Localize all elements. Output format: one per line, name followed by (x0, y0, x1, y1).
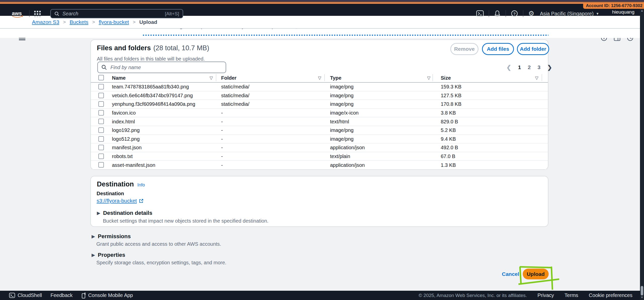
footer-left: CloudShell Feedback Console Mobile App (9, 291, 133, 300)
feedback-button[interactable]: Feedback (51, 292, 73, 298)
column-divider[interactable] (324, 74, 325, 81)
page-2-button[interactable]: 2 (528, 64, 531, 70)
settings-gear-icon[interactable]: ⚙ (528, 10, 534, 18)
column-header-name[interactable]: Name (112, 75, 126, 81)
console-mobile-app-button[interactable]: Console Mobile App (81, 292, 133, 298)
file-name: logo192.png (112, 127, 140, 133)
cancel-button[interactable]: Cancel (502, 271, 519, 277)
svg-text:?: ? (513, 12, 515, 16)
file-folder: - (221, 119, 223, 124)
row-checkbox[interactable] (98, 136, 104, 142)
filter-icon[interactable]: ▽ (318, 75, 321, 81)
permissions-toggle[interactable]: ▶ Permissions (92, 233, 131, 240)
table-row[interactable]: logo512.png-image/png9.4 KB (91, 135, 548, 144)
row-checkbox[interactable] (98, 127, 104, 133)
destination-details-toggle[interactable]: ▶ Destination details (97, 210, 152, 216)
file-name: favicon.ico (112, 110, 136, 116)
search-input[interactable] (62, 11, 163, 17)
breadcrumb-link-buckets[interactable]: Buckets (70, 19, 89, 25)
file-folder: - (221, 136, 223, 142)
aws-logo[interactable]: aws (11, 10, 25, 19)
add-folder-button[interactable]: Add folder (517, 43, 549, 55)
column-header-type[interactable]: Type (330, 75, 341, 81)
dropzone-bottom-strip: Drag and drop files and folders you want… (0, 28, 644, 38)
dropzone-dashed-border (143, 35, 548, 36)
table-row[interactable]: index.html-text/html829.0 B (91, 117, 548, 126)
cloudshell-button[interactable]: CloudShell (9, 292, 42, 298)
column-divider[interactable] (216, 74, 216, 81)
add-files-button[interactable]: Add files (482, 43, 514, 55)
breadcrumb-link-amazon-s3[interactable]: Amazon S3 (32, 19, 59, 25)
files-panel-subtitle: All files and folders in this table will… (97, 56, 205, 62)
row-checkbox[interactable] (98, 101, 104, 107)
cloudshell-icon[interactable] (476, 10, 484, 17)
file-folder: - (221, 110, 223, 116)
table-row[interactable]: vetxich.6e6c46fb3474bc979147.pngstatic/m… (91, 91, 548, 100)
file-size: 1.3 KB (441, 162, 456, 168)
properties-toggle[interactable]: ▶ Properties (92, 252, 125, 258)
row-checkbox[interactable] (98, 154, 104, 159)
row-checkbox[interactable] (98, 145, 104, 150)
next-page-icon[interactable]: ❯ (547, 64, 552, 71)
scroll-down-icon[interactable]: ▼ (640, 296, 644, 299)
upload-button[interactable]: Upload (523, 269, 549, 279)
remove-button[interactable]: Remove (450, 43, 478, 55)
row-checkbox[interactable] (98, 84, 104, 89)
filter-icon[interactable]: ▽ (535, 75, 538, 81)
row-checkbox[interactable] (98, 162, 104, 168)
scrollbar-thumb[interactable] (641, 286, 643, 295)
row-checkbox[interactable] (98, 93, 104, 98)
file-size: 829.0 B (441, 119, 458, 124)
pagination: ❮ 1 2 3 ❯ (506, 62, 552, 73)
global-search[interactable]: [Alt+S] (50, 9, 183, 18)
scroll-up-icon[interactable]: ▲ (640, 9, 644, 12)
column-divider[interactable] (432, 74, 433, 81)
select-all-checkbox[interactable] (98, 75, 104, 80)
privacy-link[interactable]: Privacy (538, 292, 554, 298)
nav-divider (29, 10, 29, 17)
info-link[interactable]: Info (137, 182, 145, 188)
services-grid-icon[interactable] (34, 11, 41, 17)
account-id-badge[interactable]: Account ID: 1256-6770-9302 ▼ (583, 3, 644, 9)
cookie-preferences-link[interactable]: Cookie preferences (589, 292, 632, 298)
permissions-title: Permissions (98, 233, 131, 240)
file-type: image/png (330, 84, 353, 90)
column-divider[interactable] (542, 74, 542, 81)
files-panel-title: Files and folders(28 total, 10.7 MB) (97, 44, 209, 52)
page-3-button[interactable]: 3 (538, 64, 541, 70)
previous-page-icon[interactable]: ❮ (506, 64, 511, 71)
help-icon[interactable]: ? (511, 10, 518, 17)
region-selector[interactable]: Asia Pacific (Singapore) (540, 11, 593, 17)
bucket-link[interactable]: s3://flyora-bucket (97, 198, 137, 204)
page-scrollbar[interactable]: ▲ ▼ (640, 0, 644, 300)
column-header-size[interactable]: Size (441, 75, 451, 81)
terms-link[interactable]: Terms (565, 292, 578, 298)
find-by-name-input[interactable] (110, 64, 222, 71)
properties-desc: Specify storage class, encryption settin… (96, 260, 226, 266)
notifications-bell-icon[interactable] (494, 10, 501, 17)
file-type: text/plain (330, 154, 350, 159)
file-type: image/png (330, 136, 353, 142)
breadcrumb-link-bucket[interactable]: flyora-bucket (99, 19, 129, 25)
search-icon (101, 65, 107, 70)
table-row[interactable]: logo192.png-image/png5.2 KB (91, 126, 548, 135)
account-id-text: Account ID: 1256-6770-9302 (586, 3, 642, 8)
page-1-button[interactable]: 1 (518, 64, 521, 70)
table-row[interactable]: favicon.ico-image/x-icon3.8 KB (91, 109, 548, 118)
row-checkbox[interactable] (98, 110, 104, 116)
nav-divider (506, 10, 506, 17)
table-row[interactable]: robots.txt-text/plain67.0 B (91, 152, 548, 161)
row-checkbox[interactable] (98, 119, 104, 124)
find-by-name-field[interactable] (97, 62, 226, 73)
filter-icon[interactable]: ▽ (427, 75, 430, 81)
table-row[interactable]: team.74787831865aa81fb340.pngstatic/medi… (91, 83, 548, 91)
table-row[interactable]: asset-manifest.json-application/json1.3 … (91, 161, 548, 170)
column-header-folder[interactable]: Folder (221, 75, 236, 81)
mobile-phone-icon (81, 292, 86, 298)
table-row[interactable]: manifest.json-application/json492.0 B (91, 143, 548, 152)
breadcrumb-separator: > (133, 19, 136, 25)
files-panel-title-text: Files and folders (97, 44, 151, 52)
table-row[interactable]: yenphung.f3cf609946ff414a090a.pngstatic/… (91, 100, 548, 109)
file-folder: - (221, 127, 223, 133)
filter-icon[interactable]: ▽ (210, 75, 213, 81)
